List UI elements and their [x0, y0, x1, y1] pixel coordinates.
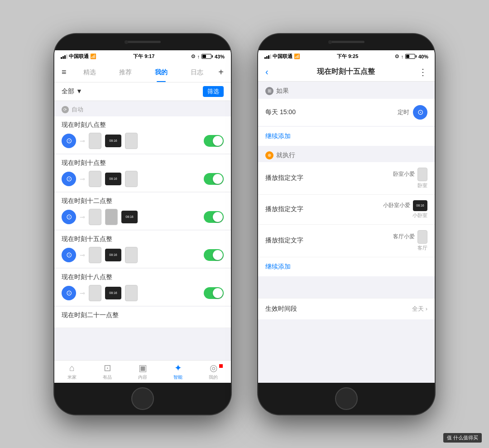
auto-label: 自动: [72, 106, 83, 114]
location-icon-1: ⊙: [191, 53, 195, 59]
device-thumb-white-4: [89, 285, 101, 301]
action-right-0: 卧室小爱 卧室: [393, 168, 427, 189]
earpiece-speaker: [125, 41, 161, 43]
device-thumb-dark-3: 08:16: [105, 249, 121, 261]
list-item[interactable]: 现在时刻十五点整 ⊙ ⊸ 08:16: [54, 231, 231, 268]
status-left-2: 中国联通 📶: [264, 53, 300, 60]
trigger-type: 定时: [398, 108, 409, 116]
trigger-card[interactable]: 每天 15:00 定时 ⊙: [258, 99, 435, 126]
nav-item-smart[interactable]: ✦ 智能: [160, 362, 196, 381]
tab-wode[interactable]: 我的: [143, 67, 179, 78]
device-img-1: 08:16: [413, 200, 427, 211]
device-thumb-white-2: [89, 209, 101, 225]
action-right-1: 小卧室小爱 08:16 小卧室: [383, 200, 427, 219]
device-sub-1: 小卧室: [412, 212, 427, 219]
list-item[interactable]: 现在时刻八点整 ⊙ ⊸ 08:16: [54, 116, 231, 154]
item-name-3: 现在时刻十五点整: [62, 235, 224, 243]
status-bar-1: 中国联通 📶 下午 9:17 ⊙ ↑ 43%: [54, 50, 231, 63]
nav-item-mijia[interactable]: ⌂ 米家: [54, 363, 90, 381]
battery-pct-2: 40%: [418, 54, 428, 59]
auto-section-header: ⟳ 自动: [54, 101, 231, 116]
nav-label-youpin: 有品: [103, 374, 112, 381]
action-item-1[interactable]: 播放指定文字 小卧室小爱 08:16 小卧室: [258, 195, 435, 225]
item-row-3: ⊙ ⊸ 08:16: [62, 247, 224, 263]
status-right-1: ⊙ ↑ 43%: [191, 53, 225, 59]
toggle-3[interactable]: [204, 249, 224, 261]
phone-1-screen: 中国联通 📶 下午 9:17 ⊙ ↑ 43%: [54, 50, 231, 383]
notification-dot: [219, 364, 223, 368]
front-camera: [125, 40, 128, 44]
action-label-0: 播放指定文字: [265, 174, 303, 182]
phone-2-screen: 中国联通 📶 下午 9:25 ⊙ ↑ 40%: [258, 50, 435, 383]
device-thumb-white-0: [89, 133, 101, 149]
device-thumb-2-4: [125, 285, 138, 301]
nav-item-content[interactable]: ▣ 内容: [125, 362, 160, 381]
device-thumb-white-3: [89, 247, 101, 263]
bottom-info[interactable]: 生效时间段 全天 ›: [258, 298, 435, 319]
back-button[interactable]: ‹: [265, 67, 274, 77]
nav-item-youpin[interactable]: ⊡ 有品: [90, 362, 125, 381]
add-tab-icon[interactable]: +: [218, 67, 224, 77]
toggle-4[interactable]: [204, 287, 224, 299]
info-label: 生效时间段: [265, 305, 297, 313]
phone-1-bottom-bezel: [54, 383, 231, 414]
if-continue-add[interactable]: 继续添加: [258, 127, 435, 146]
front-camera-2: [328, 40, 332, 44]
info-value: 全天 ›: [412, 305, 427, 313]
mijia-icon: ⌂: [69, 363, 75, 373]
battery-pct-1: 43%: [215, 54, 225, 59]
nav-label-content: 内容: [138, 374, 147, 381]
action-right-2: 客厅小爱 客厅: [393, 230, 427, 251]
detail-header: ‹ 现在时刻十五点整 ⋮: [258, 63, 435, 82]
filter-bar: 全部 ▼ 筛选: [54, 82, 231, 101]
status-right-2: ⊙ ↑ 40%: [395, 53, 428, 59]
toggle-1[interactable]: [204, 173, 224, 185]
item-row-0: ⊙ ⊸ 08:16: [62, 133, 224, 149]
phone-2-bottom-bezel: [258, 383, 435, 414]
youpin-icon: ⊡: [104, 362, 111, 373]
device-thumb-white-1: [89, 171, 101, 187]
filter-label[interactable]: 全部 ▼: [62, 87, 82, 96]
phone-2: 中国联通 📶 下午 9:25 ⊙ ↑ 40%: [258, 34, 435, 414]
trigger-circle-icon: ⊙: [413, 105, 427, 120]
then-icon: ⊕: [265, 151, 273, 159]
nav-item-mine[interactable]: ◎ 我的: [196, 362, 231, 381]
more-button[interactable]: ⋮: [418, 67, 427, 77]
toggle-0[interactable]: [204, 135, 224, 147]
phone-1: 中国联通 📶 下午 9:17 ⊙ ↑ 43%: [54, 34, 231, 414]
timer-icon-0: ⊙: [62, 134, 76, 148]
link-icon-3: ⊸: [80, 251, 85, 259]
smart-icon: ✦: [174, 362, 182, 373]
if-label: 如果: [276, 87, 289, 95]
wifi-icon-1: 📶: [90, 53, 96, 59]
toggle-2[interactable]: [204, 211, 224, 223]
action-item-0[interactable]: 播放指定文字 卧室小爱 卧室: [258, 162, 435, 195]
list-item[interactable]: 现在时刻二十一点整: [54, 307, 231, 328]
link-icon-0: ⊸: [80, 137, 85, 145]
device-sub-2: 客厅: [417, 245, 427, 251]
tab-tuijian[interactable]: 推荐: [107, 67, 143, 78]
signal-icon-2: [264, 54, 271, 59]
item-row-4: ⊙ ⊸ 08:16: [62, 285, 224, 301]
action-item-2[interactable]: 播放指定文字 客厅小爱 客厅: [258, 225, 435, 257]
phone-2-top-bezel: [258, 34, 435, 50]
tab-jingxuan[interactable]: 精选: [72, 67, 108, 78]
timer-icon-3: ⊙: [62, 248, 76, 262]
tab-riji[interactable]: 日志: [179, 67, 215, 78]
list-item[interactable]: 现在时刻十二点整 ⊙ ⊸ 08:16: [54, 193, 231, 230]
list-item[interactable]: 现在时刻十八点整 ⊙ ⊸ 08:16: [54, 269, 231, 306]
filter-button[interactable]: 筛选: [203, 86, 224, 97]
then-continue-add[interactable]: 继续添加: [258, 257, 435, 276]
carrier-2: 中国联通: [273, 53, 292, 60]
home-button-2[interactable]: [335, 387, 358, 410]
list-item[interactable]: 现在时刻十点整 ⊙ ⊸ 08:16: [54, 154, 231, 192]
auto-icon: ⟳: [62, 106, 69, 113]
then-section-header: ⊕ 就执行: [258, 146, 435, 162]
time-1: 下午 9:17: [133, 53, 154, 60]
if-section-header: ⊞ 如果: [258, 82, 435, 98]
item-name-2: 现在时刻十二点整: [62, 197, 224, 205]
home-button-1[interactable]: [131, 387, 154, 410]
device-name-1: 小卧室小爱: [383, 202, 410, 209]
menu-icon[interactable]: ≡: [62, 67, 67, 77]
detail-scroll: ⊞ 如果 每天 15:00 定时 ⊙: [258, 82, 435, 383]
